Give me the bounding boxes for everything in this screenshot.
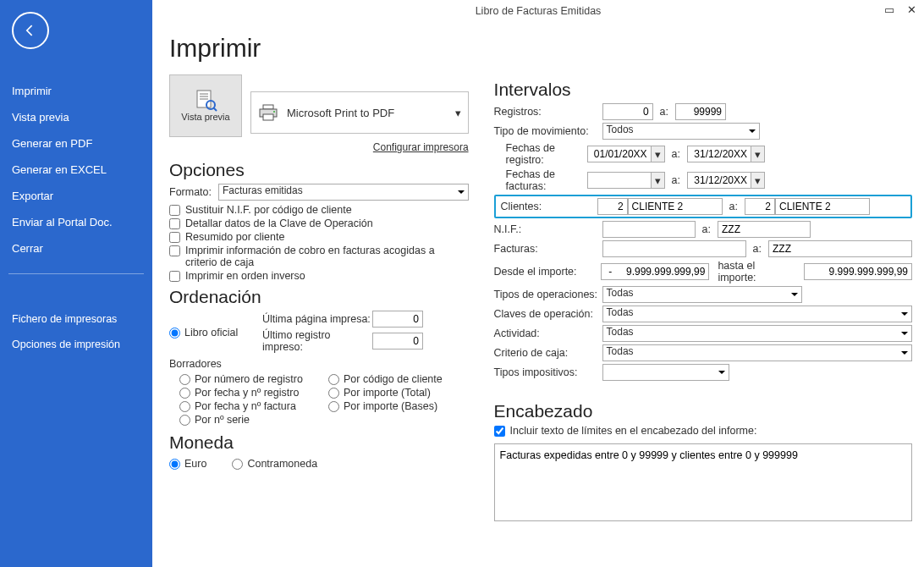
check-incluir-limites[interactable]: Incluir texto de límites en el encabezad…	[494, 425, 912, 437]
facturas-from-input[interactable]	[602, 240, 746, 257]
radio-fecha-factura[interactable]: Por fecha y nº factura	[179, 400, 315, 412]
radio-contra[interactable]: Contramoneda	[232, 458, 317, 470]
clientes-from-name-input[interactable]	[628, 198, 723, 215]
registros-label: Registros:	[494, 106, 602, 118]
back-button[interactable]	[12, 12, 49, 49]
page-title: Imprimir	[169, 34, 916, 63]
sidebar: Imprimir Vista previa Generar en PDF Gen…	[0, 0, 152, 567]
ult-registro-label: Último registro impreso:	[262, 329, 372, 353]
registros-from-input[interactable]	[602, 103, 653, 120]
radio-num-registro[interactable]: Por número de registro	[179, 373, 315, 385]
criterio-caja-label: Criterio de caja:	[494, 347, 602, 359]
sidebar-item-imprimir[interactable]: Imprimir	[0, 78, 152, 104]
nif-label: N.I.F.:	[494, 223, 602, 235]
check-orden-inverso[interactable]: Imprimir en orden inverso	[169, 270, 469, 282]
facturas-label: Facturas:	[494, 243, 602, 255]
tipo-mov-select[interactable]: Todos	[602, 123, 760, 140]
document-preview-icon	[192, 90, 219, 112]
tipos-operaciones-select[interactable]: Todas	[602, 286, 802, 303]
printer-icon	[258, 104, 278, 121]
fechas-fac-to-picker[interactable]: ▾	[751, 172, 765, 189]
desde-importe-label: Desde el importe:	[494, 266, 602, 278]
nif-to-input[interactable]	[718, 221, 811, 238]
facturas-to-input[interactable]	[768, 240, 912, 257]
ordenacion-heading: Ordenación	[169, 287, 469, 307]
radio-euro[interactable]: Euro	[169, 458, 206, 470]
fechas-reg-from-picker[interactable]: ▾	[652, 146, 665, 162]
svg-point-9	[273, 111, 275, 113]
clientes-row-highlight: Clientes: a:	[494, 195, 912, 218]
fechas-reg-from-input[interactable]	[587, 146, 652, 162]
sidebar-item-exportar[interactable]: Exportar	[0, 183, 152, 209]
check-sustituir-nif[interactable]: Sustituir N.I.F. por código de cliente	[169, 204, 469, 216]
svg-rect-6	[263, 105, 273, 109]
configurar-impresora-link[interactable]: Configurar impresora	[373, 141, 469, 153]
printer-name: Microsoft Print to PDF	[287, 107, 394, 119]
borradores-label: Borradores	[169, 358, 469, 370]
intervalos-heading: Intervalos	[494, 80, 912, 100]
check-info-cobro[interactable]: Imprimir información de cobro en factura…	[169, 245, 469, 268]
sidebar-item-generar-pdf[interactable]: Generar en PDF	[0, 130, 152, 157]
formato-select[interactable]: Facturas emitidas	[218, 184, 469, 201]
actividad-select[interactable]: Todas	[602, 325, 912, 342]
fechas-reg-to-picker[interactable]: ▾	[751, 146, 765, 162]
vista-previa-label: Vista previa	[181, 112, 229, 122]
window-maximize-button[interactable]: ▭	[880, 2, 899, 17]
svg-rect-8	[263, 114, 273, 120]
nif-from-input[interactable]	[602, 221, 696, 238]
opciones-heading: Opciones	[169, 160, 469, 180]
sidebar-item-vista-previa[interactable]: Vista previa	[0, 104, 152, 130]
claves-operacion-select[interactable]: Todas	[602, 306, 912, 322]
sidebar-item-fichero-impresoras[interactable]: Fichero de impresoras	[0, 306, 152, 332]
fechas-fac-from-picker[interactable]: ▾	[652, 172, 665, 189]
radio-num-serie[interactable]: Por nº serie	[179, 414, 315, 426]
radio-importe-total[interactable]: Por importe (Total)	[328, 387, 464, 399]
vista-previa-button[interactable]: Vista previa	[169, 74, 242, 137]
fechas-fac-from-input[interactable]	[587, 172, 652, 189]
hasta-importe-input[interactable]	[804, 263, 912, 280]
sidebar-item-cerrar[interactable]: Cerrar	[0, 235, 152, 261]
clientes-from-code-input[interactable]	[597, 198, 628, 215]
claves-operacion-label: Claves de operación:	[494, 308, 602, 320]
fechas-registro-label: Fechas de registro:	[494, 142, 587, 166]
radio-fecha-registro[interactable]: Por fecha y nº registro	[179, 387, 315, 399]
sidebar-item-opciones-impresion[interactable]: Opciones de impresión	[0, 332, 152, 357]
printer-select[interactable]: Microsoft Print to PDF ▾	[250, 91, 469, 134]
svg-line-5	[213, 107, 217, 111]
radio-importe-bases[interactable]: Por importe (Bases)	[328, 400, 464, 412]
formato-label: Formato:	[169, 186, 212, 198]
registros-to-input[interactable]	[675, 103, 726, 120]
window-close-button[interactable]: ✕	[902, 2, 921, 17]
clientes-to-code-input[interactable]	[745, 198, 775, 215]
clientes-label: Clientes:	[501, 201, 597, 212]
check-resumido-cliente[interactable]: Resumido por cliente	[169, 231, 469, 243]
sidebar-item-enviar-portal[interactable]: Enviar al Portal Doc.	[0, 209, 152, 235]
check-detallar-clave[interactable]: Detallar datos de la Clave de Operación	[169, 217, 469, 229]
moneda-heading: Moneda	[169, 432, 469, 453]
encabezado-textarea[interactable]	[494, 443, 912, 521]
sidebar-item-generar-excel[interactable]: Generar en EXCEL	[0, 157, 152, 183]
ult-registro-input[interactable]	[372, 333, 423, 350]
fechas-reg-to-input[interactable]	[687, 146, 751, 162]
actividad-label: Actividad:	[494, 328, 602, 339]
radio-codigo-cliente[interactable]: Por código de cliente	[328, 373, 464, 385]
tipos-impositivos-select[interactable]	[602, 364, 729, 381]
desde-importe-input[interactable]	[601, 263, 709, 280]
encabezado-heading: Encabezado	[494, 401, 912, 421]
tipos-operaciones-label: Tipos de operaciones:	[494, 289, 602, 300]
tipos-impositivos-label: Tipos impositivos:	[494, 366, 602, 378]
criterio-caja-select[interactable]: Todas	[602, 344, 912, 361]
window-title: Libro de Facturas Emitidas	[152, 0, 924, 17]
clientes-to-name-input[interactable]	[775, 198, 870, 215]
ult-pagina-label: Última página impresa:	[262, 313, 372, 325]
radio-libro-oficial[interactable]: Libro oficial	[169, 327, 262, 339]
fechas-fac-to-input[interactable]	[687, 172, 751, 189]
tipo-mov-label: Tipo de movimiento:	[494, 125, 602, 137]
fechas-facturas-label: Fechas de facturas:	[494, 168, 587, 192]
sidebar-separator	[8, 273, 144, 274]
hasta-importe-label: hasta el importe:	[709, 260, 804, 284]
chevron-down-icon: ▾	[455, 107, 461, 119]
ult-pagina-input[interactable]	[372, 311, 423, 328]
